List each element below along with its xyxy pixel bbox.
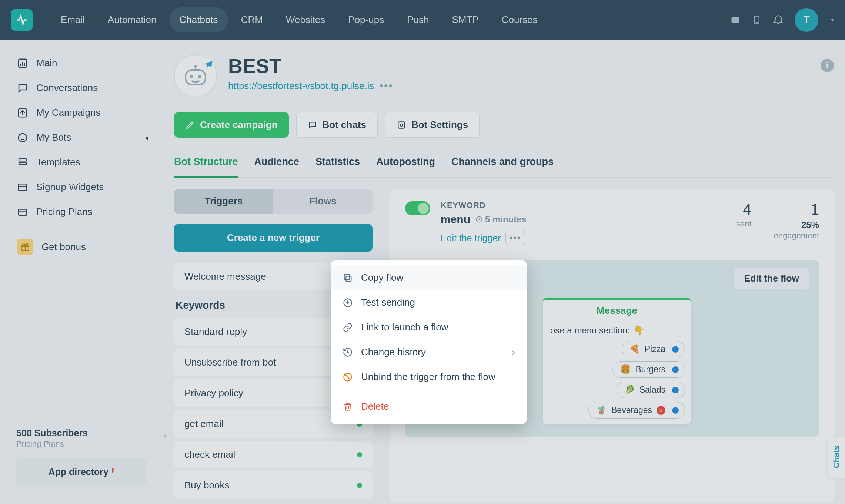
nav-popups[interactable]: Pop-ups — [338, 7, 394, 32]
create-campaign-button[interactable]: Create campaign — [174, 112, 289, 138]
message-node-title: Message — [543, 300, 691, 321]
connector-dot-icon[interactable] — [672, 366, 679, 373]
context-menu: Copy flow Test sending Link to launch a … — [331, 260, 527, 424]
chats-side-tab[interactable]: Chats — [828, 437, 845, 478]
mobile-icon[interactable] — [752, 15, 762, 25]
message-node-body: ose a menu section: 👇 — [543, 321, 691, 341]
option-beverages[interactable]: 🧋Beverages1 — [588, 402, 685, 419]
stats: 4 sent 1 25% engagement — [736, 201, 819, 241]
avatar[interactable]: T — [795, 8, 818, 32]
edit-trigger-link[interactable]: Edit the trigger — [441, 233, 501, 243]
bot-chats-button[interactable]: Bot chats — [296, 112, 378, 138]
engagement-percent: 25% — [774, 220, 819, 230]
svg-point-12 — [190, 75, 193, 78]
tab-channels[interactable]: Channels and groups — [451, 156, 554, 178]
ctx-label: Link to launch a flow — [361, 322, 448, 333]
bot-title-block: BEST https://bestfortest-vsbot.tg.pulse.… — [228, 54, 393, 92]
connector-dot-icon[interactable] — [672, 387, 679, 393]
option-pizza[interactable]: 🍕Pizza — [622, 341, 685, 357]
sidebar-item-widgets[interactable]: Signup Widgets — [7, 175, 156, 199]
messages-icon[interactable] — [730, 15, 741, 25]
nav-courses[interactable]: Courses — [492, 7, 547, 32]
clock-icon — [475, 216, 483, 223]
nav-smtp[interactable]: SMTP — [442, 7, 488, 32]
ctx-delete[interactable]: Delete — [331, 394, 527, 419]
svg-rect-7 — [19, 162, 26, 165]
send-icon — [17, 107, 28, 118]
avatar-chevron-icon[interactable]: ▾ — [831, 16, 834, 23]
tab-audience[interactable]: Audience — [254, 156, 300, 178]
nav-email[interactable]: Email — [51, 7, 94, 32]
connector-dot-icon[interactable] — [672, 346, 679, 353]
ctx-link-launch[interactable]: Link to launch a flow — [331, 315, 527, 340]
sidebar-item-mybots[interactable]: My Bots ◂ — [7, 125, 156, 150]
chevron-right-icon: › — [512, 346, 515, 358]
svg-point-13 — [198, 75, 201, 78]
tab-autoposting[interactable]: Autoposting — [376, 156, 435, 178]
engagement-number: 1 — [774, 201, 819, 218]
sidebar-item-label: Main — [36, 57, 57, 69]
collapse-sidebar-icon[interactable]: ‹ — [164, 431, 167, 441]
ctx-change-history[interactable]: Change history › — [331, 340, 527, 364]
svg-point-17 — [400, 124, 403, 126]
subscribers-sublabel[interactable]: Pricing Plans — [16, 439, 147, 449]
sidebar-item-main[interactable]: Main — [7, 51, 156, 75]
info-icon[interactable]: i — [821, 59, 834, 72]
option-label: Salads — [639, 385, 665, 395]
bot-url[interactable]: https://bestfortest-vsbot.tg.pulse.is — [228, 80, 374, 92]
create-trigger-button[interactable]: Create a new trigger — [174, 224, 373, 252]
trash-icon — [343, 401, 353, 412]
sidebar-item-label: My Campaigns — [36, 107, 100, 118]
tab-statistics[interactable]: Statistics — [315, 156, 360, 178]
segment-triggers[interactable]: Triggers — [174, 189, 273, 214]
bot-settings-button[interactable]: Bot Settings — [385, 112, 480, 138]
nav-websites[interactable]: Websites — [276, 7, 335, 32]
gift-icon-wrap — [17, 239, 33, 255]
bot-header: BEST https://bestfortest-vsbot.tg.pulse.… — [174, 54, 834, 97]
sidebar-item-label: Signup Widgets — [36, 181, 104, 193]
option-label: Burgers — [635, 364, 665, 374]
active-dot-icon — [357, 452, 362, 457]
link-icon — [343, 322, 353, 333]
chats-tab-label: Chats — [832, 446, 841, 468]
ctx-copy-flow[interactable]: Copy flow — [331, 265, 527, 290]
bell-icon[interactable] — [773, 15, 784, 25]
sidebar-bottom: 500 Subscribers Pricing Plans App direct… — [7, 428, 156, 493]
sidebar-item-campaigns[interactable]: My Campaigns — [7, 100, 156, 125]
sidebar-item-bonus[interactable]: Get bonus — [7, 232, 156, 262]
nav-automation[interactable]: Automation — [98, 7, 166, 32]
keyword-time: 5 minutes — [475, 214, 527, 225]
ctx-unbind[interactable]: Unbind the trigger from the flow — [331, 364, 527, 389]
nav-chatbots[interactable]: Chatbots — [170, 7, 228, 32]
app-directory-button[interactable]: App directory β — [16, 458, 147, 485]
keyword-row[interactable]: check email — [174, 441, 373, 468]
nav-right: T ▾ — [730, 8, 834, 32]
download-circle-icon — [343, 298, 353, 308]
option-salads[interactable]: 🥬Salads — [617, 382, 685, 398]
ctx-label: Change history — [361, 346, 426, 358]
sidebar-item-pricing[interactable]: Pricing Plans — [7, 199, 156, 224]
edit-flow-button[interactable]: Edit the flow — [734, 268, 809, 289]
trigger-toggle[interactable] — [405, 201, 430, 215]
segment-flows[interactable]: Flows — [273, 189, 373, 214]
keyword-row[interactable]: Buy books — [174, 471, 373, 499]
message-node[interactable]: Message ose a menu section: 👇 🍕Pizza 🍔Bu… — [543, 298, 691, 424]
message-options: 🍕Pizza 🍔Burgers 🥬Salads 🧋Beverages1 — [543, 341, 691, 424]
nav-push[interactable]: Push — [397, 7, 438, 32]
ctx-test-sending[interactable]: Test sending — [331, 290, 527, 315]
trigger-more-button[interactable]: ••• — [505, 231, 525, 245]
point-down-icon: 👇 — [634, 325, 645, 336]
connector-dot-icon[interactable] — [672, 407, 679, 414]
sidebar-item-conversations[interactable]: Conversations — [7, 75, 156, 100]
nav-crm[interactable]: CRM — [231, 7, 273, 32]
pizza-icon: 🍕 — [629, 344, 640, 354]
option-burgers[interactable]: 🍔Burgers — [612, 361, 685, 378]
count-badge: 1 — [657, 406, 665, 415]
logo[interactable] — [11, 9, 33, 31]
sidebar-item-templates[interactable]: Templates — [7, 150, 156, 175]
option-label: Beverages — [611, 405, 652, 415]
bot-url-more-icon[interactable]: ••• — [380, 80, 394, 92]
chevron-left-icon[interactable]: ◂ — [145, 134, 148, 142]
tab-bot-structure[interactable]: Bot Structure — [174, 156, 238, 178]
ctx-label: Copy flow — [361, 272, 403, 283]
